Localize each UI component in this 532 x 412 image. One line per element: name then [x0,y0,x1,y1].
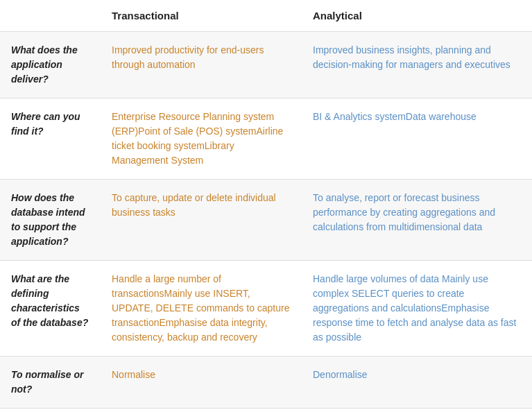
transactional-cell: Improved productivity for end-users thro… [101,32,302,98]
table-row: What does the application deliver?Improv… [0,32,532,98]
row-label: To normalise or not? [0,357,101,409]
row-label: What are the defining characteristics of… [0,261,101,357]
analytical-cell: BI & Analytics systemData warehouse [302,98,532,180]
table-row: Where can you find it?Enterprise Resourc… [0,98,532,180]
transactional-cell: Enterprise Resource Planning system (ERP… [101,98,302,180]
analytical-cell: Handle large volumes of data Mainly use … [302,261,532,357]
header-col1 [0,0,101,32]
header-col2: Transactional [101,0,302,32]
row-label: What does the application deliver? [0,32,101,98]
transactional-cell: Handle a large number of transactionsMai… [101,261,302,357]
row-label: How does the database intend to support … [0,180,101,261]
transactional-cell: Normalise [101,357,302,409]
table-row: What are the defining characteristics of… [0,261,532,357]
comparison-table: Transactional Analytical What does the a… [0,0,532,409]
analytical-cell: Denormalise [302,357,532,409]
analytical-cell: To analyse, report or forecast business … [302,180,532,261]
transactional-cell: To capture, update or delete individual … [101,180,302,261]
header-col3: Analytical [302,0,532,32]
row-label: Where can you find it? [0,98,101,180]
analytical-cell: Improved business insights, planning and… [302,32,532,98]
table-row: To normalise or not?NormaliseDenormalise [0,357,532,409]
table-header-row: Transactional Analytical [0,0,532,32]
table-row: How does the database intend to support … [0,180,532,261]
